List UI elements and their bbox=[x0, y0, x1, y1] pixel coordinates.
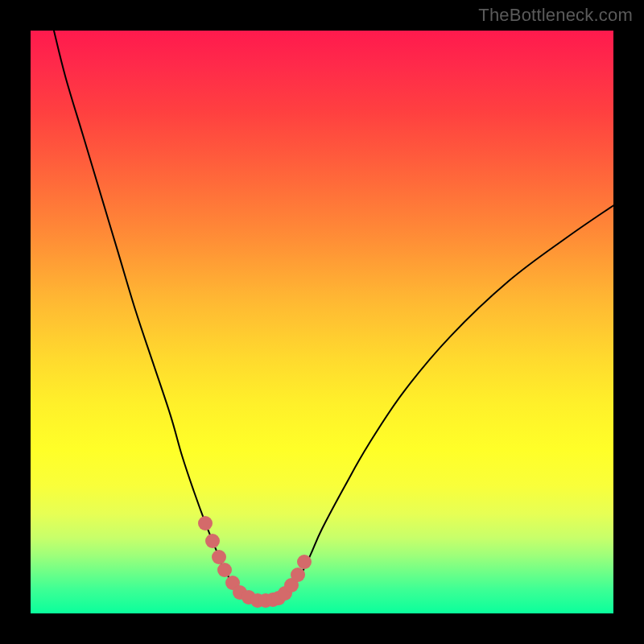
highlight-dots-layer bbox=[31, 31, 613, 613]
highlight-dot bbox=[250, 593, 265, 608]
watermark-text: TheBottleneck.com bbox=[478, 5, 633, 26]
highlight-dot bbox=[284, 578, 299, 592]
highlight-dot bbox=[258, 593, 273, 608]
highlight-dot bbox=[291, 568, 305, 582]
highlight-dot bbox=[217, 563, 232, 577]
highlight-dot bbox=[205, 534, 220, 548]
highlight-dot bbox=[242, 590, 256, 605]
highlight-dot bbox=[271, 591, 286, 605]
highlight-dot bbox=[297, 555, 312, 569]
highlight-dot bbox=[278, 586, 292, 601]
highlight-dot bbox=[212, 550, 226, 564]
highlight-dot bbox=[233, 585, 247, 600]
chart-frame: TheBottleneck.com bbox=[0, 0, 644, 644]
highlight-dot bbox=[198, 516, 213, 530]
highlight-dot bbox=[225, 576, 240, 590]
highlight-dot bbox=[266, 592, 280, 607]
plot-area bbox=[31, 31, 613, 613]
bottleneck-curve bbox=[31, 31, 613, 613]
